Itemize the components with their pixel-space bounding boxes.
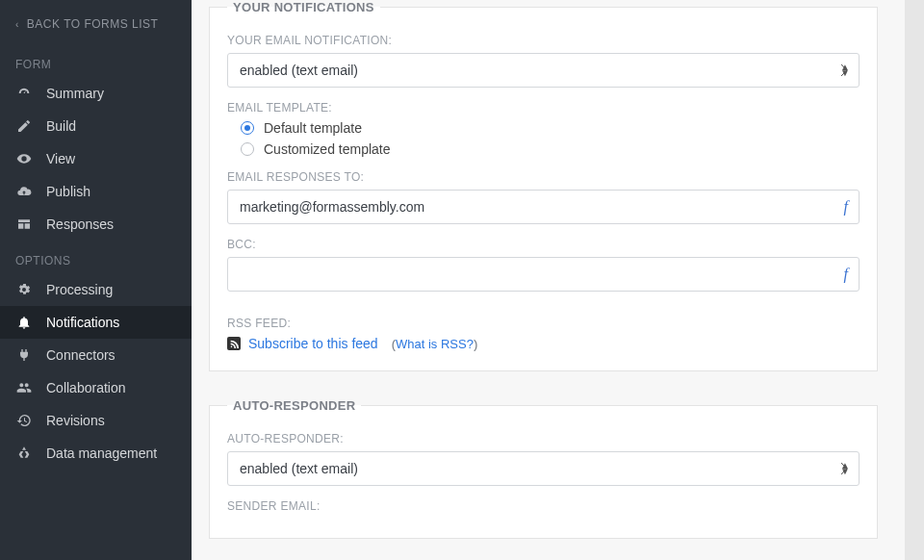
sidebar-item-responses[interactable]: Responses <box>0 208 192 241</box>
sidebar-item-label: Notifications <box>46 315 119 330</box>
sidebar-item-label: Revisions <box>46 413 105 428</box>
right-gutter <box>905 0 924 560</box>
subscribe-to-feed-link[interactable]: Subscribe to this feed <box>248 336 378 351</box>
sidebar-item-label: Build <box>46 118 76 134</box>
panel-legend: AUTO-RESPONDER <box>227 398 361 413</box>
sidebar-item-label: View <box>46 151 75 166</box>
cloud-upload-icon <box>15 184 33 199</box>
dashboard-icon <box>15 86 33 101</box>
back-label: BACK TO FORMS LIST <box>27 17 159 31</box>
pencil-icon <box>15 118 33 134</box>
what-is-rss-link[interactable]: What is RSS? <box>396 337 474 351</box>
sidebar-item-connectors[interactable]: Connectors <box>0 339 192 371</box>
sidebar-item-processing[interactable]: Processing <box>0 273 192 306</box>
history-icon <box>15 413 33 428</box>
eye-icon <box>15 151 33 166</box>
email-template-default-radio[interactable]: Default template <box>241 120 860 136</box>
sidebar-item-label: Data management <box>46 445 157 461</box>
your-email-notification-select-wrap: enabled (text email) ▲▼ <box>227 53 860 88</box>
back-to-forms-list[interactable]: ‹ BACK TO FORMS LIST <box>0 10 192 44</box>
sidebar-item-publish[interactable]: Publish <box>0 175 192 208</box>
bell-icon <box>15 315 33 330</box>
gears-icon <box>15 282 33 297</box>
email-template-custom-radio[interactable]: Customized template <box>241 141 860 157</box>
sidebar-item-view[interactable]: View <box>0 142 192 175</box>
auto-responder-select[interactable]: enabled (text email) <box>227 451 860 486</box>
sender-email-label: SENDER EMAIL: <box>227 499 860 513</box>
bcc-input[interactable] <box>227 257 860 292</box>
bcc-label: BCC: <box>227 238 860 251</box>
formula-icon[interactable]: f <box>844 266 848 283</box>
auto-responder-label: AUTO-RESPONDER: <box>227 432 860 445</box>
radio-icon <box>241 121 254 135</box>
sidebar-item-label: Processing <box>46 282 113 297</box>
your-email-notification-label: YOUR EMAIL NOTIFICATION: <box>227 34 860 47</box>
rss-icon <box>227 337 241 350</box>
plug-icon <box>15 347 33 363</box>
users-icon <box>15 380 33 395</box>
sidebar-item-notifications[interactable]: Notifications <box>0 306 192 339</box>
formula-icon[interactable]: f <box>844 198 848 216</box>
recycle-icon <box>15 445 33 461</box>
rss-feed-label: RSS FEED: <box>227 317 860 330</box>
sidebar-item-label: Collaboration <box>46 380 126 395</box>
table-icon <box>15 216 33 232</box>
main-content: YOUR NOTIFICATIONS YOUR EMAIL NOTIFICATI… <box>192 0 905 560</box>
email-template-label: EMAIL TEMPLATE: <box>227 101 860 115</box>
radio-label: Customized template <box>264 141 391 157</box>
sidebar-item-label: Summary <box>46 86 104 101</box>
chevron-left-icon: ‹ <box>15 19 19 30</box>
email-responses-to-label: EMAIL RESPONSES TO: <box>227 170 860 184</box>
sidebar-item-label: Connectors <box>46 347 116 363</box>
panel-legend: YOUR NOTIFICATIONS <box>227 0 380 14</box>
your-email-notification-select[interactable]: enabled (text email) <box>227 53 860 88</box>
sidebar-item-label: Publish <box>46 184 90 199</box>
rss-help-paren: (What is RSS?) <box>392 337 478 351</box>
radio-icon <box>241 142 254 156</box>
sidebar-section-form: FORM <box>0 44 192 77</box>
sidebar-section-options: OPTIONS <box>0 241 192 273</box>
your-notifications-panel: YOUR NOTIFICATIONS YOUR EMAIL NOTIFICATI… <box>209 0 878 371</box>
sidebar-item-collaboration[interactable]: Collaboration <box>0 371 192 404</box>
sidebar-item-revisions[interactable]: Revisions <box>0 404 192 437</box>
sidebar-item-data-management[interactable]: Data management <box>0 437 192 470</box>
radio-label: Default template <box>264 120 362 136</box>
sidebar-item-summary[interactable]: Summary <box>0 77 192 110</box>
auto-responder-panel: AUTO-RESPONDER AUTO-RESPONDER: enabled (… <box>209 398 878 539</box>
sidebar-item-label: Responses <box>46 216 114 232</box>
sidebar-item-build[interactable]: Build <box>0 110 192 142</box>
sidebar: ‹ BACK TO FORMS LIST FORM Summary Build … <box>0 0 192 560</box>
email-responses-to-input[interactable] <box>227 190 860 224</box>
